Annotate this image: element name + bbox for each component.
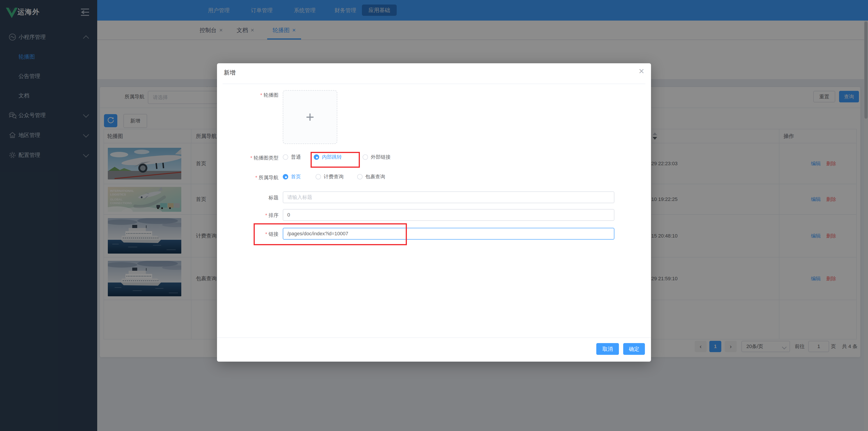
radio-nav-parcel-query[interactable]: 包裹查询: [357, 173, 385, 180]
upload-field-label: *轮播图: [217, 92, 278, 98]
dialog-header-divider: [223, 84, 645, 84]
radio-nav-home[interactable]: 首页: [283, 173, 301, 180]
close-icon[interactable]: ×: [639, 66, 644, 76]
plus-icon: +: [306, 109, 314, 125]
title-input[interactable]: [283, 192, 614, 203]
sort-input[interactable]: [283, 210, 614, 220]
radio-icon: [283, 154, 288, 160]
title-input-wrap: [283, 191, 614, 203]
radio-type-normal[interactable]: 普通: [283, 154, 301, 160]
nav-field-label: *所属导航: [217, 174, 278, 181]
radio-icon: [363, 154, 368, 160]
confirm-button[interactable]: 确定: [623, 343, 645, 355]
cancel-button[interactable]: 取消: [596, 343, 619, 355]
sort-input-wrap: [283, 209, 614, 221]
image-upload-box[interactable]: +: [283, 90, 337, 144]
add-carousel-dialog: 新增 × *轮播图 + *轮播图类型 普通 内部跳转 外部链接 *所属导航: [217, 63, 651, 362]
annotation-box-internal-jump: [311, 152, 360, 168]
annotation-box-link-field: [254, 223, 407, 245]
app-root: 运海外 小程序管理: [0, 0, 868, 431]
dialog-title: 新增: [224, 69, 236, 76]
type-field-label: *轮播图类型: [217, 155, 278, 161]
dialog-footer-divider: [217, 337, 651, 338]
radio-type-external-link[interactable]: 外部链接: [363, 154, 391, 160]
title-field-label: 标题: [217, 194, 278, 201]
radio-checked-icon: [283, 174, 288, 180]
radio-nav-billing-query[interactable]: 计费查询: [315, 173, 344, 180]
radio-icon: [357, 174, 363, 180]
radio-icon: [315, 174, 321, 180]
sort-field-label: *排序: [217, 212, 278, 219]
